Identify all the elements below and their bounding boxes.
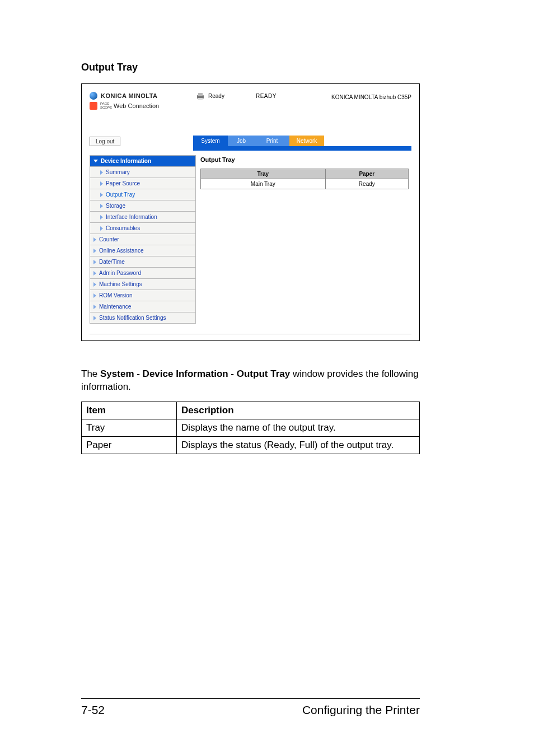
app-header: KONICA MINOLTA PAGESCOPE Web Connection …	[90, 91, 411, 122]
web-connection-label: Web Connection	[114, 102, 159, 109]
sidebar: Device Information Summary Paper Source …	[90, 155, 196, 324]
tab-system[interactable]: System	[193, 136, 228, 146]
sidebar-item-consumables[interactable]: Consumables	[90, 223, 196, 234]
brand-name: KONICA MINOLTA	[101, 92, 158, 99]
th-paper: Paper	[325, 169, 408, 179]
page-footer: 7-52 Configuring the Printer	[81, 698, 420, 717]
brand-block: KONICA MINOLTA PAGESCOPE Web Connection	[90, 91, 196, 110]
sidebar-item-output-tray[interactable]: Output Tray	[90, 189, 196, 200]
td-item: Tray	[82, 419, 177, 436]
svg-rect-1	[198, 93, 203, 96]
section-title: Output Tray	[81, 62, 453, 73]
output-tray-table: Tray Paper Main Tray Ready	[200, 169, 409, 189]
table-row: Main Tray Ready	[201, 179, 409, 189]
sidebar-device-information[interactable]: Device Information	[90, 155, 196, 167]
sidebar-item-maintenance[interactable]: Maintenance	[90, 301, 196, 312]
chevron-right-icon	[93, 293, 96, 298]
chevron-right-icon	[100, 204, 103, 208]
chevron-right-icon	[93, 249, 96, 253]
td-paper: Ready	[325, 179, 408, 189]
chevron-right-icon	[93, 282, 96, 287]
sidebar-item-paper-source[interactable]: Paper Source	[90, 178, 196, 189]
chevron-right-icon	[93, 271, 96, 276]
body-paragraph: The System - Device Information - Output…	[81, 368, 453, 394]
th-item: Item	[82, 402, 177, 419]
chevron-right-icon	[100, 193, 103, 197]
globe-icon	[90, 92, 97, 100]
status-ready-big: READY	[256, 93, 277, 99]
tab-network[interactable]: Network	[289, 136, 324, 146]
chevron-down-icon	[93, 160, 98, 162]
sidebar-item-interface[interactable]: Interface Information	[90, 212, 196, 223]
tab-job[interactable]: Job	[228, 136, 255, 146]
chevron-right-icon	[93, 316, 96, 320]
tab-underline	[193, 146, 411, 151]
sidebar-item-rom-version[interactable]: ROM Version	[90, 290, 196, 301]
content-pane: Output Tray Tray Paper Main Tray Ready	[196, 155, 411, 324]
embedded-screenshot: KONICA MINOLTA PAGESCOPE Web Connection …	[81, 83, 420, 341]
sidebar-item-admin-password[interactable]: Admin Password	[90, 268, 196, 279]
chevron-right-icon	[100, 226, 103, 231]
tab-print[interactable]: Print	[255, 136, 289, 146]
pagescope-icon	[90, 102, 97, 110]
chevron-right-icon	[93, 237, 96, 242]
th-description: Description	[177, 402, 420, 419]
chevron-right-icon	[100, 170, 103, 175]
page-number: 7-52	[81, 703, 105, 717]
logout-button[interactable]: Log out	[90, 137, 120, 146]
sidebar-item-storage[interactable]: Storage	[90, 200, 196, 212]
status-ready-small: Ready	[208, 93, 224, 99]
th-tray: Tray	[201, 169, 326, 179]
chevron-right-icon	[93, 305, 96, 309]
device-name: KONICA MINOLTA bizhub C35P	[277, 92, 411, 100]
sidebar-item-summary[interactable]: Summary	[90, 167, 196, 178]
sidebar-item-online-assistance[interactable]: Online Assistance	[90, 245, 196, 256]
tab-bar: System Job Print Network	[193, 136, 411, 146]
table-row: Tray Displays the name of the output tra…	[82, 419, 420, 436]
printer-icon	[196, 92, 205, 100]
description-table: Item Description Tray Displays the name …	[81, 402, 420, 454]
table-row: Paper Displays the status (Ready, Full) …	[82, 436, 420, 454]
divider	[90, 334, 411, 334]
ps-small: PAGESCOPE	[100, 102, 112, 110]
sidebar-item-status-notification[interactable]: Status Notification Settings	[90, 312, 196, 324]
td-desc: Displays the name of the output tray.	[177, 419, 420, 436]
sidebar-item-date-time[interactable]: Date/Time	[90, 256, 196, 268]
td-item: Paper	[82, 436, 177, 454]
svg-rect-2	[198, 98, 203, 100]
td-desc: Displays the status (Ready, Full) of the…	[177, 436, 420, 454]
td-tray: Main Tray	[201, 179, 326, 189]
sidebar-item-counter[interactable]: Counter	[90, 234, 196, 245]
chevron-right-icon	[100, 215, 103, 220]
chevron-right-icon	[100, 181, 103, 186]
content-title: Output Tray	[200, 156, 411, 163]
sidebar-item-machine-settings[interactable]: Machine Settings	[90, 279, 196, 290]
chevron-right-icon	[93, 260, 96, 264]
footer-title: Configuring the Printer	[302, 703, 420, 717]
